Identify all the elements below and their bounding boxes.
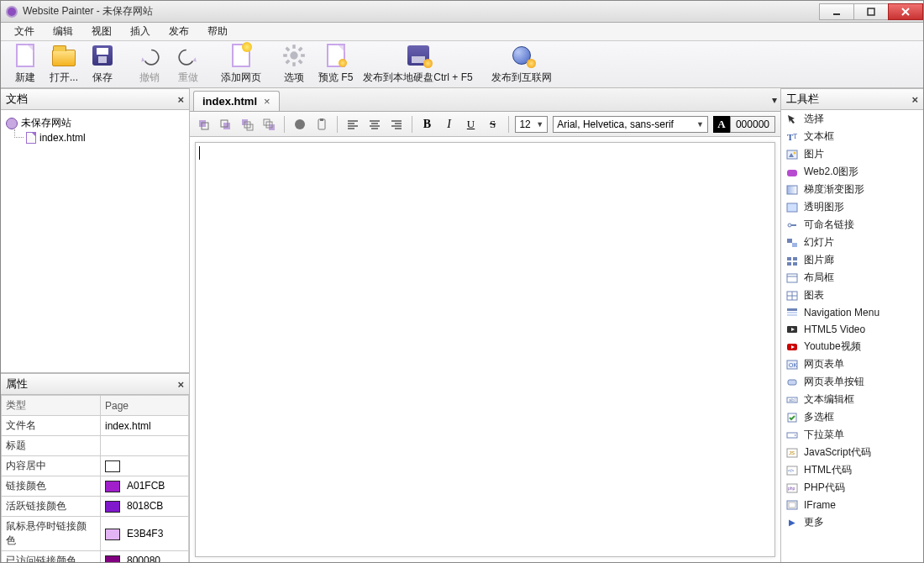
- strike-button[interactable]: S: [485, 116, 501, 133]
- toolbox-item[interactable]: HTML5 Video: [781, 321, 923, 338]
- property-row[interactable]: 标题: [2, 436, 189, 456]
- send-backward-button[interactable]: [217, 116, 234, 133]
- add-page-icon: [232, 44, 250, 67]
- undo-button[interactable]: 撤销: [130, 42, 169, 87]
- toolbox-item[interactable]: 下拉菜单: [781, 426, 923, 444]
- property-row[interactable]: 活跃链接颜色8018CB: [2, 497, 189, 517]
- toolbox-item[interactable]: 多选框: [781, 408, 923, 426]
- toolbox-item-label: JavaScript代码: [804, 445, 919, 460]
- toolbox-item[interactable]: 布局框: [781, 269, 923, 287]
- documents-panel-close[interactable]: ×: [177, 93, 184, 106]
- new-button[interactable]: 新建: [6, 42, 45, 87]
- font-size-select[interactable]: 12▼: [515, 116, 548, 133]
- toolbox-item[interactable]: Navigation Menu: [781, 304, 923, 321]
- bring-front-button[interactable]: [239, 116, 255, 133]
- toolbox-item[interactable]: 图表: [781, 287, 923, 304]
- svg-rect-13: [199, 120, 206, 127]
- underline-button[interactable]: U: [463, 116, 480, 133]
- toolbox-item-icon: TT: [785, 130, 799, 144]
- toolbox-item[interactable]: JSJavaScript代码: [781, 444, 923, 461]
- add-page-button[interactable]: 添加网页: [216, 42, 266, 87]
- prop-col-page: Page: [101, 396, 189, 416]
- toolbox-item[interactable]: 透明图形: [781, 198, 923, 216]
- text-color-control[interactable]: A 000000: [713, 116, 775, 133]
- svg-point-4: [290, 51, 297, 59]
- bold-button[interactable]: B: [419, 116, 436, 133]
- property-key: 已访问链接颜色: [2, 551, 101, 562]
- svg-rect-50: [787, 262, 791, 266]
- toolbox-item[interactable]: 网页表单按钮: [781, 373, 923, 391]
- preview-button[interactable]: 预览 F5: [313, 42, 358, 87]
- toolbox-item[interactable]: IFrame: [781, 497, 923, 513]
- toolbox-more[interactable]: ▶更多: [781, 513, 923, 531]
- toolbox-item-icon: [785, 376, 799, 389]
- toolbox-item[interactable]: ab|文本编辑框: [781, 391, 923, 408]
- property-key: 内容居中: [2, 456, 101, 476]
- property-value[interactable]: E3B4F3: [101, 517, 189, 551]
- property-value[interactable]: 8018CB: [101, 497, 189, 517]
- tab-index[interactable]: index.html ×: [193, 91, 280, 111]
- toolbox-item[interactable]: TT文本框: [781, 128, 923, 145]
- paste-style-button[interactable]: [313, 116, 330, 133]
- align-left-button[interactable]: [344, 116, 361, 133]
- options-button[interactable]: 选项: [275, 42, 313, 87]
- menu-file[interactable]: 文件: [6, 23, 43, 40]
- publish-local-button[interactable]: 发布到本地硬盘Ctrl + F5: [358, 42, 477, 87]
- toolbox-item[interactable]: 可命名链接: [781, 216, 923, 234]
- send-back-button[interactable]: [260, 116, 277, 133]
- toolbox-item[interactable]: 选择: [781, 110, 923, 128]
- toolbox-item[interactable]: OK网页表单: [781, 355, 923, 373]
- property-row[interactable]: 已访问链接颜色800080: [2, 551, 189, 562]
- align-center-button[interactable]: [366, 116, 383, 133]
- menu-edit[interactable]: 编辑: [45, 23, 81, 40]
- project-node[interactable]: 未保存网站: [6, 115, 184, 131]
- open-button[interactable]: 打开...: [45, 42, 83, 87]
- toolbox-item-label: 文本编辑框: [804, 392, 919, 407]
- tab-close[interactable]: ×: [264, 95, 270, 108]
- property-row[interactable]: 链接颜色A01FCB: [2, 476, 189, 497]
- toolbox-item[interactable]: 图片廊: [781, 251, 923, 269]
- save-button[interactable]: 保存: [83, 42, 122, 87]
- menu-publish[interactable]: 发布: [160, 23, 197, 40]
- bring-forward-button[interactable]: [195, 116, 212, 133]
- property-value[interactable]: A01FCB: [101, 476, 189, 497]
- close-button[interactable]: [888, 3, 923, 20]
- property-key: 文件名: [2, 416, 101, 436]
- publish-web-button[interactable]: 发布到互联网: [486, 42, 557, 87]
- fill-color-button[interactable]: [291, 116, 308, 133]
- menu-help[interactable]: 帮助: [199, 23, 236, 40]
- tabs-chevron[interactable]: ▾: [772, 94, 777, 106]
- toolbox-item-icon: JS: [785, 446, 799, 460]
- property-row[interactable]: 文件名index.html: [2, 416, 189, 436]
- file-node[interactable]: index.html: [6, 131, 184, 145]
- color-swatch: [105, 460, 120, 472]
- toolbox-item[interactable]: Web2.0图形: [781, 163, 923, 181]
- property-row[interactable]: 鼠标悬停时链接颜色E3B4F3: [2, 517, 189, 551]
- properties-panel-close[interactable]: ×: [177, 378, 184, 391]
- toolbox-item[interactable]: 幻灯片: [781, 234, 923, 251]
- property-row[interactable]: 内容居中: [2, 456, 189, 476]
- toolbox-item[interactable]: phpPHP代码: [781, 479, 923, 497]
- canvas[interactable]: [195, 142, 775, 557]
- toolbox-item-icon: [785, 183, 799, 197]
- toolbox-item[interactable]: Youtube视频: [781, 338, 923, 355]
- minimize-button[interactable]: [819, 3, 854, 20]
- menu-view[interactable]: 视图: [83, 23, 120, 40]
- align-right-button[interactable]: [388, 116, 405, 133]
- font-family-select[interactable]: Arial, Helvetica, sans-serif▼: [553, 116, 708, 133]
- toolbox-close[interactable]: ×: [911, 93, 918, 106]
- property-value[interactable]: [101, 436, 189, 456]
- italic-button[interactable]: I: [441, 116, 458, 133]
- toolbox-item[interactable]: </>HTML代码: [781, 461, 923, 479]
- redo-button[interactable]: 重做: [169, 42, 207, 87]
- toolbox-item[interactable]: 梯度渐变图形: [781, 181, 923, 198]
- menu-insert[interactable]: 插入: [122, 23, 159, 40]
- property-value[interactable]: index.html: [101, 416, 189, 436]
- maximize-button[interactable]: [853, 3, 889, 20]
- property-key: 链接颜色: [2, 476, 101, 497]
- toolbox-item-label: 透明图形: [804, 200, 919, 214]
- property-value[interactable]: [101, 456, 189, 476]
- toolbox-item-icon: ab|: [785, 393, 799, 407]
- property-value[interactable]: 800080: [101, 551, 189, 562]
- toolbox-item[interactable]: 图片: [781, 145, 923, 163]
